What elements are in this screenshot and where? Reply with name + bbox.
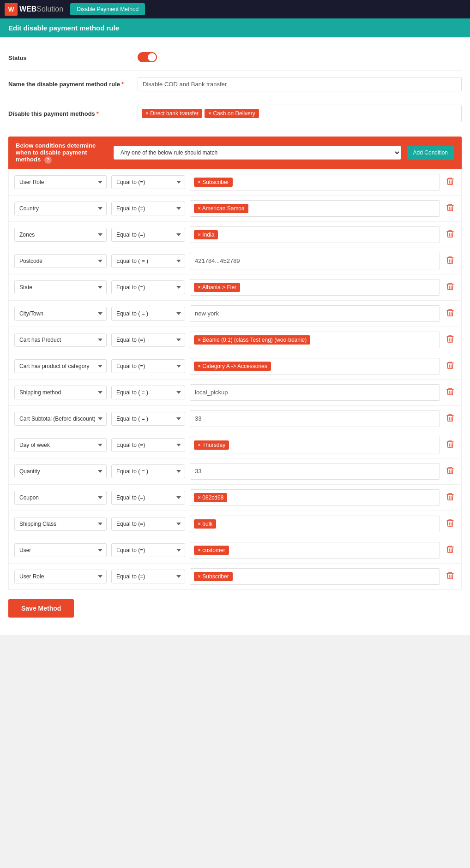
condition-operator-1[interactable]: Equal to (=) [111, 202, 185, 215]
condition-text-9[interactable] [190, 410, 440, 427]
condition-row: QuantityEqual to ( = ) [9, 458, 461, 485]
condition-tag[interactable]: × bulk [194, 519, 216, 529]
condition-operator-7[interactable]: Equal to (=) [111, 359, 185, 373]
payment-tag-direct-bank[interactable]: × Direct bank transfer [142, 109, 202, 118]
delete-condition-10[interactable] [445, 438, 456, 452]
save-method-button[interactable]: Save Method [8, 599, 74, 618]
delete-condition-1[interactable] [445, 202, 456, 215]
delete-condition-14[interactable] [445, 543, 456, 557]
condition-tag[interactable]: × Beanie (0.1) (class Test eng) (woo-bea… [194, 335, 310, 345]
status-row: Status [8, 46, 462, 71]
condition-operator-5[interactable]: Equal to ( = ) [111, 307, 185, 321]
condition-type-1[interactable]: Country [14, 202, 107, 215]
logo-icon: W [5, 3, 18, 16]
status-control [138, 52, 462, 64]
condition-tags-6[interactable]: × Beanie (0.1) (class Test eng) (woo-bea… [190, 332, 440, 348]
condition-type-13[interactable]: Shipping Class [14, 517, 107, 531]
condition-type-11[interactable]: Quantity [14, 464, 107, 478]
condition-operator-6[interactable]: Equal to (=) [111, 333, 185, 347]
condition-tag[interactable]: × Subscriber [194, 572, 233, 581]
condition-operator-11[interactable]: Equal to ( = ) [111, 464, 185, 478]
condition-type-6[interactable]: Cart has Product [14, 333, 107, 347]
payment-methods-row: Disable this payment methods* × Direct b… [8, 98, 462, 129]
condition-tags-0[interactable]: × Subscriber [190, 174, 440, 190]
condition-tags-4[interactable]: × Albania > Fier [190, 279, 440, 296]
delete-condition-15[interactable] [445, 570, 456, 583]
condition-type-3[interactable]: Postcode [14, 254, 107, 268]
condition-text-5[interactable] [190, 305, 440, 322]
delete-condition-4[interactable] [445, 280, 456, 294]
status-toggle[interactable] [138, 52, 157, 62]
condition-operator-8[interactable]: Equal to ( = ) [111, 386, 185, 399]
help-icon[interactable]: ? [44, 156, 52, 164]
condition-type-15[interactable]: User Role [14, 570, 107, 583]
condition-type-8[interactable]: Shipping method [14, 386, 107, 399]
condition-type-7[interactable]: Cart has product of category [14, 359, 107, 373]
condition-row: User RoleEqual to (=)× Subscriber [9, 564, 461, 589]
delete-condition-2[interactable] [445, 228, 456, 242]
condition-tag[interactable]: × customer [194, 546, 229, 555]
payment-methods-label: Disable this payment methods* [8, 110, 138, 117]
delete-condition-13[interactable] [445, 517, 456, 531]
delete-condition-6[interactable] [445, 333, 456, 347]
condition-type-14[interactable]: User [14, 543, 107, 557]
condition-operator-4[interactable]: Equal to (=) [111, 280, 185, 294]
condition-tag[interactable]: × Thursday [194, 440, 229, 450]
condition-row: ZonesEqual to (=)× India [9, 222, 461, 248]
condition-tag[interactable]: × American Samoa [194, 204, 248, 213]
condition-operator-14[interactable]: Equal to (=) [111, 543, 185, 557]
condition-type-10[interactable]: Day of week [14, 438, 107, 452]
condition-tags-13[interactable]: × bulk [190, 516, 440, 532]
condition-tag[interactable]: × India [194, 230, 218, 239]
condition-text-8[interactable] [190, 384, 440, 401]
condition-operator-2[interactable]: Equal to (=) [111, 228, 185, 242]
delete-condition-5[interactable] [445, 307, 456, 321]
payment-methods-tags[interactable]: × Direct bank transfer × Cash on Deliver… [138, 105, 462, 122]
name-input[interactable] [138, 77, 462, 91]
condition-tag[interactable]: × Subscriber [194, 178, 233, 187]
delete-condition-8[interactable] [445, 386, 456, 399]
condition-type-0[interactable]: User Role [14, 175, 107, 189]
condition-tags-7[interactable]: × Category A -> Accessories [190, 358, 440, 375]
condition-row: City/TownEqual to ( = ) [9, 301, 461, 327]
condition-tags-2[interactable]: × India [190, 226, 440, 243]
condition-tags-12[interactable]: × 082cd68 [190, 489, 440, 506]
delete-condition-0[interactable] [445, 175, 456, 189]
condition-tag[interactable]: × 082cd68 [194, 493, 227, 502]
condition-text-3[interactable] [190, 253, 440, 269]
condition-text-11[interactable] [190, 463, 440, 480]
conditions-header: Below conditions determine when to disab… [8, 137, 462, 169]
name-required: * [121, 81, 124, 88]
condition-type-2[interactable]: Zones [14, 228, 107, 242]
condition-operator-9[interactable]: Equal to ( = ) [111, 412, 185, 426]
condition-tags-14[interactable]: × customer [190, 542, 440, 559]
condition-operator-3[interactable]: Equal to ( = ) [111, 254, 185, 268]
payment-tag-cod[interactable]: × Cash on Delivery [205, 109, 259, 118]
condition-operator-12[interactable]: Equal to (=) [111, 491, 185, 505]
delete-condition-7[interactable] [445, 359, 456, 373]
match-select[interactable]: Any one of the below rule should match A… [114, 146, 401, 160]
condition-value-2: × India [190, 226, 440, 243]
delete-condition-11[interactable] [445, 464, 456, 478]
condition-operator-15[interactable]: Equal to (=) [111, 570, 185, 583]
condition-value-15: × Subscriber [190, 568, 440, 585]
condition-tags-15[interactable]: × Subscriber [190, 568, 440, 585]
active-tab[interactable]: Disable Payment Method [70, 3, 145, 15]
condition-type-12[interactable]: Coupon [14, 491, 107, 505]
condition-operator-0[interactable]: Equal to (=) [111, 175, 185, 189]
add-condition-button[interactable]: Add Condition [407, 146, 454, 160]
condition-operator-13[interactable]: Equal to (=) [111, 517, 185, 531]
condition-type-4[interactable]: State [14, 280, 107, 294]
condition-type-5[interactable]: City/Town [14, 307, 107, 321]
main-content: Status Name the disable payment method r… [0, 37, 470, 635]
condition-tags-1[interactable]: × American Samoa [190, 200, 440, 217]
delete-condition-12[interactable] [445, 491, 456, 505]
condition-operator-10[interactable]: Equal to (=) [111, 438, 185, 452]
condition-tag[interactable]: × Category A -> Accessories [194, 362, 271, 371]
condition-tags-10[interactable]: × Thursday [190, 437, 440, 453]
delete-condition-3[interactable] [445, 254, 456, 268]
condition-value-14: × customer [190, 542, 440, 559]
condition-tag[interactable]: × Albania > Fier [194, 283, 240, 292]
delete-condition-9[interactable] [445, 412, 456, 426]
condition-type-9[interactable]: Cart Subtotal (Before discount) [14, 412, 107, 426]
